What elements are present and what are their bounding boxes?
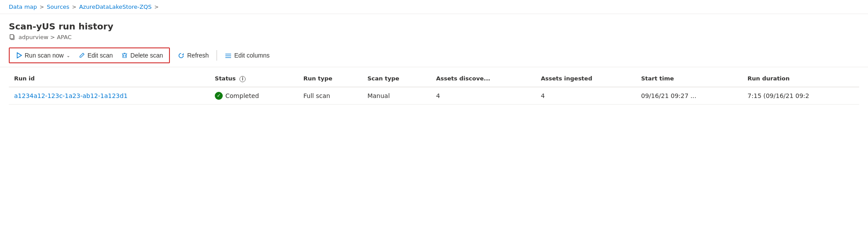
breadcrumb-adls[interactable]: AzureDataLakeStore-ZQS bbox=[79, 4, 152, 10]
status-text: Completed bbox=[225, 92, 259, 99]
status-info-icon[interactable]: i bbox=[239, 76, 246, 82]
page-header: Scan-yUS run history adpurview > APAC bbox=[0, 14, 868, 44]
cell-assets-ingested: 4 bbox=[536, 87, 636, 105]
delete-scan-button[interactable]: Delete scan bbox=[117, 49, 167, 62]
breadcrumb: Data map > Sources > AzureDataLakeStore-… bbox=[0, 0, 868, 14]
play-icon bbox=[16, 52, 22, 58]
cell-run-type: Full scan bbox=[298, 87, 362, 105]
table-container: Run id Status i Run type Scan type Asset… bbox=[0, 71, 868, 105]
toolbar: Run scan now ⌄ Edit scan bbox=[0, 44, 868, 67]
col-assets-ingested: Assets ingested bbox=[536, 71, 636, 87]
svg-rect-1 bbox=[10, 35, 14, 39]
edit-columns-button[interactable]: Edit columns bbox=[221, 49, 274, 62]
svg-rect-4 bbox=[122, 54, 127, 54]
edit-scan-button[interactable]: Edit scan bbox=[74, 49, 118, 62]
run-scan-button[interactable]: Run scan now ⌄ bbox=[11, 49, 74, 62]
toolbar-divider bbox=[217, 50, 217, 61]
delete-icon bbox=[121, 52, 128, 58]
breadcrumb-sources[interactable]: Sources bbox=[47, 4, 69, 10]
cell-run-duration: 7:15 (09/16/21 09:2 bbox=[742, 87, 859, 105]
col-status: Status i bbox=[210, 71, 298, 87]
table-header-row: Run id Status i Run type Scan type Asset… bbox=[9, 71, 859, 87]
col-scan-type: Scan type bbox=[362, 71, 431, 87]
col-start-time: Start time bbox=[636, 71, 742, 87]
page-title: Scan-yUS run history bbox=[9, 21, 859, 32]
col-assets-discovered: Assets discove... bbox=[431, 71, 536, 87]
page-subtitle: adpurview > APAC bbox=[9, 33, 859, 40]
col-run-duration: Run duration bbox=[742, 71, 859, 87]
chevron-down-icon: ⌄ bbox=[66, 53, 70, 58]
cell-status: ✓ Completed bbox=[210, 87, 298, 105]
subtitle-text: adpurview > APAC bbox=[18, 34, 72, 40]
col-run-type: Run type bbox=[298, 71, 362, 87]
refresh-icon bbox=[178, 52, 184, 59]
cell-assets-discovered: 4 bbox=[431, 87, 536, 105]
breadcrumb-sep-2: > bbox=[72, 4, 77, 10]
run-history-table: Run id Status i Run type Scan type Asset… bbox=[9, 71, 859, 105]
cell-start-time: 09/16/21 09:27 ... bbox=[636, 87, 742, 105]
run-id-link[interactable]: a1234a12-123c-1a23-ab12-1a123d1 bbox=[14, 92, 128, 99]
status-completed-icon: ✓ bbox=[215, 92, 223, 100]
col-run-id: Run id bbox=[9, 71, 210, 87]
copy-icon bbox=[9, 33, 16, 40]
breadcrumb-sep-3: > bbox=[154, 4, 158, 10]
cell-run-id: a1234a12-123c-1a23-ab12-1a123d1 bbox=[9, 87, 210, 105]
columns-icon bbox=[225, 52, 232, 59]
breadcrumb-data-map[interactable]: Data map bbox=[9, 4, 37, 10]
refresh-button[interactable]: Refresh bbox=[173, 49, 213, 62]
breadcrumb-sep-1: > bbox=[40, 4, 44, 10]
svg-marker-3 bbox=[17, 53, 22, 58]
table-row: a1234a12-123c-1a23-ab12-1a123d1 ✓ Comple… bbox=[9, 87, 859, 105]
edit-icon bbox=[79, 52, 85, 58]
toolbar-outlined-group: Run scan now ⌄ Edit scan bbox=[9, 47, 170, 63]
cell-scan-type: Manual bbox=[362, 87, 431, 105]
